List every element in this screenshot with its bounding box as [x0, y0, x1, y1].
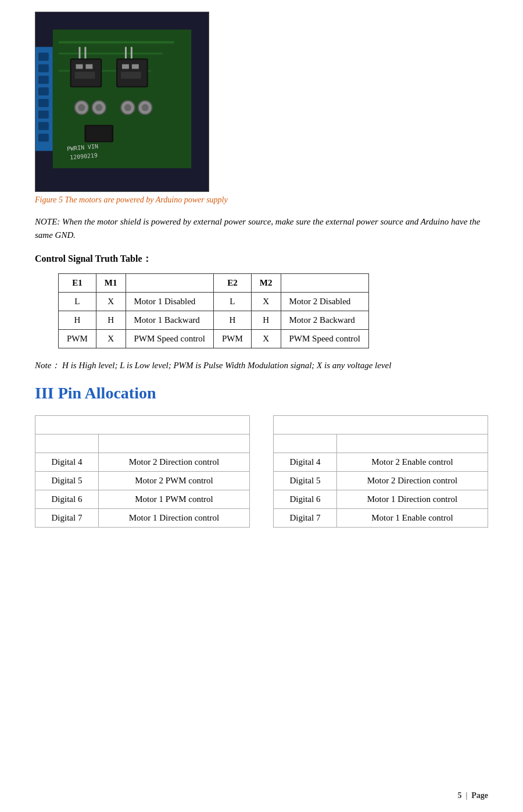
svg-rect-33: [86, 126, 112, 141]
pwm-func-3: Motor 1 PWM control: [98, 490, 249, 508]
svg-rect-12: [59, 53, 163, 55]
svg-rect-36: [79, 47, 81, 59]
svg-rect-39: [131, 47, 132, 59]
col-m2: M2: [251, 274, 281, 293]
pll-mode-title-row: "PLL Mode": [274, 415, 488, 434]
table-row: Digital 7 Motor 1 Direction control: [35, 508, 250, 527]
figure-caption: Figure 5 The motors are powered by Ardui…: [35, 195, 488, 205]
svg-point-27: [95, 104, 102, 111]
pll-func-2: Motor 2 Direction control: [336, 471, 488, 490]
pwm-mode-title-row: "PWM Mode": [35, 415, 250, 434]
pwm-function-header: Function: [98, 434, 249, 453]
note-block: NOTE: When the motor shield is powered b…: [35, 215, 488, 241]
svg-rect-16: [76, 64, 83, 69]
pwm-table: "PWM Mode" Pin Function Digital 4 Motor …: [35, 415, 250, 528]
page-number: 5 | Page: [457, 791, 488, 800]
pwm-col-header-row: Pin Function: [35, 434, 250, 453]
svg-rect-38: [125, 47, 127, 59]
svg-rect-37: [84, 47, 86, 59]
col-e1: E1: [59, 274, 96, 293]
truth-table: E1 M1 E2 M2 LXMotor 1 DisabledLXMotor 2 …: [58, 273, 369, 348]
pwm-func-4: Motor 1 Direction control: [98, 508, 249, 527]
pwm-pin-3: Digital 6: [35, 490, 99, 508]
pwm-pin-header: Pin: [35, 434, 99, 453]
svg-rect-17: [85, 64, 92, 69]
col-e2: E2: [214, 274, 252, 293]
pll-table-wrapper: "PLL Mode" Pin Function Digital 4 Motor …: [273, 415, 488, 528]
pll-col-header-row: Pin Function: [274, 434, 488, 453]
table-row: PWMXPWM Speed controlPWMXPWM Speed contr…: [59, 330, 369, 348]
truth-table-heading: Control Signal Truth Table：: [35, 253, 488, 265]
pll-pin-1: Digital 4: [274, 453, 337, 471]
pwm-func-1: Motor 2 Direction control: [98, 453, 249, 471]
table-note: Note： H is High level; L is Low level; P…: [35, 359, 488, 372]
svg-rect-6: [38, 99, 49, 107]
pll-pin-header: Pin: [274, 434, 337, 453]
circuit-image: PWRIN VIN 12090219: [35, 12, 209, 192]
svg-rect-23: [121, 72, 141, 79]
pll-table: "PLL Mode" Pin Function Digital 4 Motor …: [273, 415, 488, 528]
table-row: HHMotor 1 BackwardHHMotor 2 Backward: [59, 311, 369, 330]
pwm-pin-1: Digital 4: [35, 453, 99, 471]
pll-func-4: Motor 1 Enable control: [336, 508, 488, 527]
pin-tables-row: "PWM Mode" Pin Function Digital 4 Motor …: [35, 415, 488, 528]
table-row: LXMotor 1 DisabledLXMotor 2 Disabled: [59, 293, 369, 311]
col-desc2: [281, 274, 368, 293]
svg-rect-21: [122, 64, 129, 69]
table-row: Digital 5 Motor 2 PWM control: [35, 471, 250, 490]
svg-rect-7: [38, 111, 49, 119]
svg-rect-3: [38, 64, 49, 72]
table-row: Digital 4 Motor 2 Direction control: [35, 453, 250, 471]
pll-func-3: Motor 1 Direction control: [336, 490, 488, 508]
page-word: Page: [471, 791, 488, 800]
svg-rect-8: [38, 122, 49, 130]
pll-pin-3: Digital 6: [274, 490, 337, 508]
svg-point-31: [142, 104, 149, 111]
pll-pin-2: Digital 5: [274, 471, 337, 490]
figure-container: PWRIN VIN 12090219 Figure 5 The motors a…: [35, 12, 488, 205]
pwm-pin-4: Digital 7: [35, 508, 99, 527]
svg-rect-22: [132, 64, 139, 69]
col-desc1: [126, 274, 213, 293]
svg-point-25: [78, 104, 85, 111]
table-row: Digital 7 Motor 1 Enable control: [274, 508, 488, 527]
pwm-pin-2: Digital 5: [35, 471, 99, 490]
svg-rect-2: [38, 53, 49, 61]
svg-rect-5: [38, 87, 49, 95]
page-number-value: 5: [457, 791, 461, 800]
pwm-mode-title: "PWM Mode": [35, 415, 250, 434]
table-row: Digital 4 Motor 2 Enable control: [274, 453, 488, 471]
svg-rect-9: [38, 134, 49, 142]
table-row: Digital 5 Motor 2 Direction control: [274, 471, 488, 490]
truth-table-section: Control Signal Truth Table： E1 M1 E2 M2 …: [35, 253, 488, 372]
svg-point-29: [124, 104, 131, 111]
table-row: Digital 6 Motor 1 Direction control: [274, 490, 488, 508]
section-title: III Pin Allocation: [35, 384, 488, 403]
svg-rect-4: [38, 76, 49, 84]
pll-mode-title: "PLL Mode": [274, 415, 488, 434]
table-row: Digital 6 Motor 1 PWM control: [35, 490, 250, 508]
col-m1: M1: [96, 274, 126, 293]
pll-func-1: Motor 2 Enable control: [336, 453, 488, 471]
svg-rect-11: [59, 41, 174, 44]
pwm-table-wrapper: "PWM Mode" Pin Function Digital 4 Motor …: [35, 415, 250, 528]
pll-function-header: Function: [336, 434, 488, 453]
pll-pin-4: Digital 7: [274, 508, 337, 527]
pwm-func-2: Motor 2 PWM control: [98, 471, 249, 490]
svg-rect-18: [75, 72, 95, 79]
